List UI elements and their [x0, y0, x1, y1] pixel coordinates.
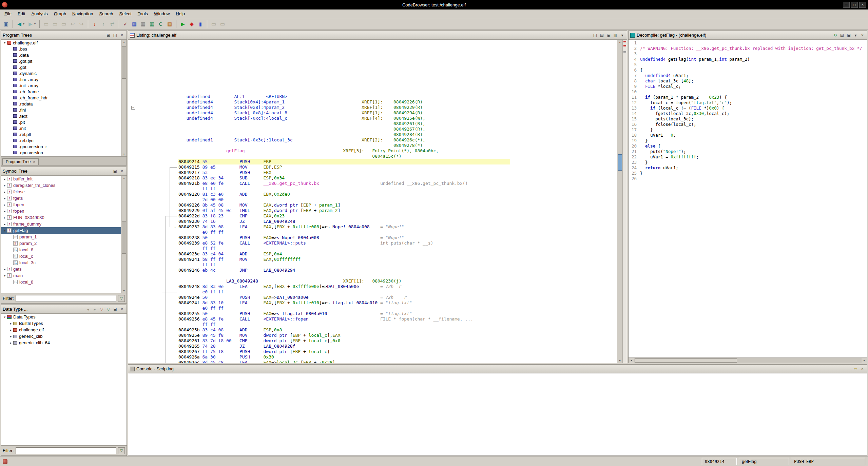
scroll-down-icon[interactable]: ▾: [121, 288, 127, 293]
nav-forward-icon[interactable]: ▶: [26, 20, 35, 28]
edit-fields-icon[interactable]: ▤: [599, 32, 605, 38]
nav-back-icon[interactable]: ◀: [15, 20, 23, 28]
collapse-icon[interactable]: ▾: [2, 229, 7, 232]
listing-line[interactable]: undefined4 Stack[-0x8]:4local_8 XREF[1]:…: [178, 110, 617, 116]
listing-line[interactable]: e0 ff ff: [178, 289, 617, 295]
expand-icon[interactable]: ▸: [2, 197, 7, 200]
listing-line[interactable]: 08049217 53 PUSH EBX: [178, 170, 617, 175]
decompile-line[interactable]: 18 uVar1 = 0;: [630, 133, 867, 138]
tree-item-data[interactable]: .data: [1, 52, 121, 58]
options-icon[interactable]: ▣: [112, 168, 118, 174]
listing-line[interactable]: LAB_08049248 XREF[1]: 08049230(j): [178, 278, 617, 284]
listing-line[interactable]: 0804926c 8d 45 c8 LEA EAX=>local_3c,[EBP…: [178, 360, 617, 363]
sync-icon[interactable]: ⇄: [108, 20, 116, 28]
listing-line[interactable]: ff ff: [178, 186, 617, 192]
listing-line[interactable]: 08049265 74 28 JZ LAB_0804928f: [178, 344, 617, 349]
tree-item-local-c[interactable]: Llocal_c: [1, 253, 121, 259]
expand-icon[interactable]: ▸: [2, 216, 7, 219]
copy-icon[interactable]: ▤: [839, 32, 845, 38]
decompile-line[interactable]: 22 uVar1 = 0xffffffff;: [630, 154, 867, 160]
menu-analysis[interactable]: Analysis: [28, 10, 51, 17]
tree-item-local-8[interactable]: Llocal_8: [1, 279, 121, 285]
menu-select[interactable]: Select: [116, 10, 135, 17]
tree-item-gnu-version-r[interactable]: .gnu.version_r: [1, 143, 121, 150]
decompile-line[interactable]: 13 if (local_c != (FILE *)0x0) {: [630, 105, 867, 111]
close-icon[interactable]: ×: [119, 306, 125, 312]
decompile-line[interactable]: 19 }: [630, 138, 867, 143]
listing-line[interactable]: undefined4 Stack[0x4]:4param_1 XREF[1]: …: [178, 99, 617, 105]
tree-item-bss[interactable]: .bss: [1, 46, 121, 52]
close-icon[interactable]: ×: [860, 32, 865, 38]
listing-line[interactable]: e0 ff ff: [178, 230, 617, 235]
menu-file[interactable]: File: [1, 10, 15, 17]
dtm-menu-icon[interactable]: ⊟: [112, 306, 118, 312]
overview-mark[interactable]: [623, 51, 626, 53]
program-tree-scrollbar[interactable]: ▴ ▾: [121, 40, 127, 156]
tree-item-generic-clib[interactable]: ▸generic_clib: [1, 333, 127, 339]
collapse-icon[interactable]: ▾: [2, 315, 7, 319]
symbol-filter-options-button[interactable]: ▽: [118, 295, 125, 302]
expand-icon[interactable]: ▸: [8, 335, 13, 338]
expand-icon[interactable]: ▸: [8, 322, 13, 325]
decompile-line[interactable]: 16 fclose(local_c);: [630, 122, 867, 127]
listing-line[interactable]: 0804a15c(*): [178, 154, 617, 159]
scroll-down-icon[interactable]: ▾: [121, 152, 127, 156]
decompile-line[interactable]: 6{: [630, 67, 867, 73]
tree-item-rel-dyn[interactable]: .rel.dyn: [1, 137, 121, 143]
listing-line[interactable]: 08049238 50 PUSH EAX=>s_Nope!_0804a008 =…: [178, 235, 617, 240]
tab-program-tree[interactable]: Program Tree ×: [2, 158, 39, 165]
collapse-icon[interactable]: ▾: [2, 274, 7, 277]
listing-code[interactable]: ▸ undefined AL:1 <RETURN> undefined4 Sta…: [138, 40, 617, 363]
tree-item-buffer-init[interactable]: ▸fbuffer_init: [1, 176, 121, 182]
table-view-icon[interactable]: ▦: [130, 20, 138, 28]
decompile-line[interactable]: 5: [630, 62, 867, 67]
collapse-function-icon[interactable]: −: [131, 106, 135, 110]
decompile-line[interactable]: 14 fgets(local_3c,0x30,local_c);: [630, 111, 867, 116]
decompile-line[interactable]: 24 return uVar1;: [630, 165, 867, 171]
decompile-line[interactable]: 11 if (param_1 * param_2 == 0x23) {: [630, 95, 867, 100]
tree-item-local-8[interactable]: Llocal_8: [1, 247, 121, 253]
listing-line[interactable]: 08049256 e8 45 fe CALL <EXTERNAL>::fopen…: [178, 316, 617, 322]
tree-item-init-array[interactable]: .init_array: [1, 82, 121, 89]
program-trees-header[interactable]: Program Trees ⊞◫×: [1, 31, 127, 40]
menu-search[interactable]: Search: [96, 10, 116, 17]
tree-item-frame-dummy[interactable]: ▸fframe_dummy: [1, 221, 121, 227]
highlight-icon[interactable]: ▭: [210, 20, 218, 28]
listing-line[interactable]: 08049230 74 16 JZ LAB_08049248: [178, 219, 617, 224]
listing-line[interactable]: undefined AL:1 <RETURN>: [178, 94, 617, 99]
listing-line[interactable]: 08049218 83 ec 34 SUB ESP,0x34: [178, 175, 617, 181]
tree-item-text[interactable]: .text: [1, 113, 121, 119]
listing-line[interactable]: 08049261(R),: [178, 121, 617, 127]
tree-item-local-3c[interactable]: Llocal_3c: [1, 259, 121, 266]
listing-line[interactable]: undefined4 Stack[0x8]:4param_2 XREF[1]: …: [178, 105, 617, 110]
console-output[interactable]: [128, 373, 867, 455]
listing-line[interactable]: 08049284(R): [178, 132, 617, 137]
listing-line[interactable]: 08049239 e8 52 fe CALL <EXTERNAL>::puts …: [178, 240, 617, 246]
decompile-line[interactable]: 9 FILE *local_c;: [630, 84, 867, 89]
cut-icon[interactable]: ▭: [42, 20, 50, 28]
decompile-line[interactable]: 20 else {: [630, 143, 867, 149]
decompile-line[interactable]: 23 }: [630, 160, 867, 165]
listing-line[interactable]: e0 ff ff: [178, 306, 617, 311]
decompile-hscrollbar[interactable]: ◂ ▸: [629, 357, 867, 363]
expand-icon[interactable]: ▸: [8, 328, 13, 332]
symbol-filter-input[interactable]: [16, 295, 117, 302]
listing-line[interactable]: 0804925b 83 c4 08 ADD ESP,0x8: [178, 327, 617, 333]
tree-item-param-1[interactable]: Pparam_1: [1, 234, 121, 240]
scroll-right-icon[interactable]: ▸: [862, 359, 867, 362]
expand-icon[interactable]: ▸: [2, 190, 7, 194]
decompile-line[interactable]: 2/* WARNING: Function: __x86.get_pc_thun…: [630, 46, 867, 51]
listing-line[interactable]: 08049226 8b 45 08 MOV EAX,dword ptr [EBP…: [178, 202, 617, 208]
decompile-line[interactable]: 10: [630, 89, 867, 95]
tree-item-fopen[interactable]: ▸ffopen: [1, 208, 121, 214]
tree-item-got-plt[interactable]: .got.plt: [1, 58, 121, 64]
decompile-line[interactable]: 1: [630, 40, 867, 46]
expand-icon[interactable]: ▸: [2, 177, 7, 181]
nav-forward-dropdown-icon[interactable]: ▾: [34, 22, 37, 25]
listing-line[interactable]: undefined1 Stack[-0x3c]:1local_3c XREF[2…: [178, 137, 617, 143]
tree-item-fini[interactable]: .fini: [1, 107, 121, 113]
decompile-line[interactable]: 17 }: [630, 127, 867, 133]
tree-item-generic-clib-64[interactable]: ▸generic_clib_64: [1, 339, 127, 346]
window-icon[interactable]: ◫: [112, 32, 118, 38]
expand-all-icon[interactable]: ⊞: [105, 32, 111, 38]
